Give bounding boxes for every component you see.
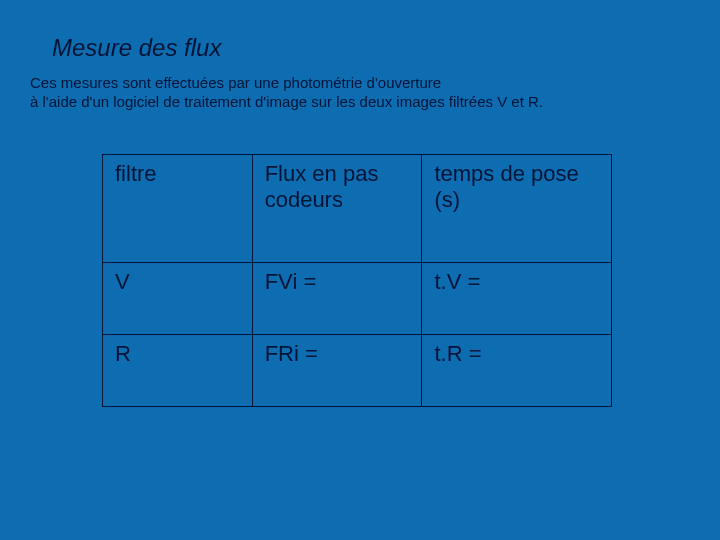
header-filtre: filtre [103,154,253,262]
slide-description: Ces mesures sont effectuées par une phot… [30,74,690,112]
header-temps: temps de pose (s) [422,154,612,262]
header-flux: Flux en pas codeurs [252,154,422,262]
table-header-row: filtre Flux en pas codeurs temps de pose… [103,154,612,262]
cell-filtre-r: R [103,334,253,406]
table-row: V FVi = t.V = [103,262,612,334]
cell-temps-v: t.V = [422,262,612,334]
cell-flux-r: FRi = [252,334,422,406]
flux-table: filtre Flux en pas codeurs temps de pose… [102,154,612,407]
cell-flux-v: FVi = [252,262,422,334]
description-line-1: Ces mesures sont effectuées par une phot… [30,74,441,91]
cell-filtre-v: V [103,262,253,334]
description-line-2: à l'aide d'un logiciel de traitement d'i… [30,93,543,110]
cell-temps-r: t.R = [422,334,612,406]
table-row: R FRi = t.R = [103,334,612,406]
slide-title: Mesure des flux [52,34,690,62]
